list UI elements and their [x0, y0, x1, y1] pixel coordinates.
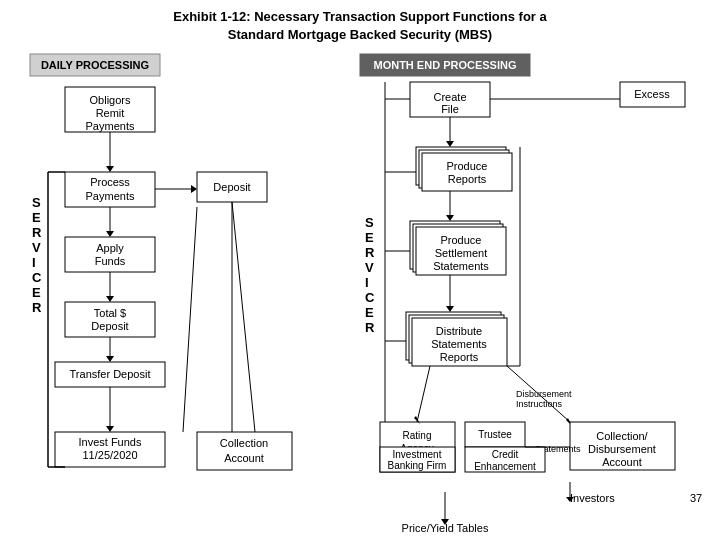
month-end-label: MONTH END PROCESSING	[373, 59, 516, 71]
arrow-ps-to-ds	[446, 306, 454, 312]
page-number: 37	[690, 492, 702, 504]
arrow-apply-to-total	[106, 296, 114, 302]
serv-left-c: C	[32, 270, 42, 285]
arrow-process-to-apply	[106, 231, 114, 237]
transfer-deposit-box: Transfer Deposit	[70, 368, 151, 380]
serv-left-e: E	[32, 210, 41, 225]
total-deposit-box: Total $	[94, 307, 126, 319]
diagram-svg: DAILY PROCESSING MONTH END PROCESSING S …	[10, 52, 710, 540]
investment-banking-box: Investment	[393, 449, 442, 460]
svg-line-23	[183, 207, 197, 432]
svg-text:Payments: Payments	[86, 120, 135, 132]
serv-left-r2: R	[32, 300, 42, 315]
serv-right-r: R	[365, 245, 375, 260]
svg-text:Account: Account	[602, 456, 642, 468]
serv-right-v: V	[365, 260, 374, 275]
svg-text:Statements: Statements	[431, 338, 487, 350]
produce-settlement-box: Produce	[441, 234, 482, 246]
distribute-statements-box: Distribute	[436, 325, 482, 337]
svg-text:Instructions: Instructions	[516, 399, 563, 409]
svg-rect-37	[422, 153, 512, 191]
svg-text:File: File	[441, 103, 459, 115]
page-title: Exhibit 1-12: Necessary Transaction Supp…	[10, 8, 710, 44]
serv-left-v: V	[32, 240, 41, 255]
svg-line-68	[417, 366, 430, 422]
svg-text:Remit: Remit	[96, 107, 125, 119]
serv-right-s: S	[365, 215, 374, 230]
serv-left-i: I	[32, 255, 36, 270]
arrow-transfer-to-invest	[106, 426, 114, 432]
arrow-process-to-deposit	[191, 185, 197, 193]
svg-text:Disbursement: Disbursement	[588, 443, 656, 455]
svg-text:Funds: Funds	[95, 255, 126, 267]
serv-left-e2: E	[32, 285, 41, 300]
serv-left-s: S	[32, 195, 41, 210]
create-file-box: Create	[433, 91, 466, 103]
trustee-box: Trustee	[478, 429, 512, 440]
svg-text:11/25/2020: 11/25/2020	[82, 449, 137, 461]
serv-right-i: I	[365, 275, 369, 290]
svg-text:Statements: Statements	[433, 260, 489, 272]
obligors-box: Obligors	[90, 94, 131, 106]
svg-text:Payments: Payments	[86, 190, 135, 202]
disbursement-instructions: Disbursement	[516, 389, 572, 399]
svg-text:Deposit: Deposit	[91, 320, 128, 332]
serv-left-r: R	[32, 225, 42, 240]
arrow-total-to-transfer	[106, 356, 114, 362]
arrow-cf-to-pr	[446, 141, 454, 147]
rating-agency-box: Rating	[403, 430, 432, 441]
serv-right-r2: R	[365, 320, 375, 335]
collection-disbursement-box: Collection/	[596, 430, 648, 442]
svg-text:Enhancement: Enhancement	[474, 461, 536, 472]
arrow-pr-to-ps	[446, 215, 454, 221]
serv-right-c: C	[365, 290, 375, 305]
svg-line-24	[232, 202, 255, 432]
svg-text:Reports: Reports	[440, 351, 479, 363]
serv-right-e2: E	[365, 305, 374, 320]
process-payments-box: Process	[90, 176, 130, 188]
svg-text:Account: Account	[224, 452, 264, 464]
invest-funds-box: Invest Funds	[79, 436, 142, 448]
produce-reports-box: Produce	[447, 160, 488, 172]
svg-text:Settlement: Settlement	[435, 247, 488, 259]
serv-right-e: E	[365, 230, 374, 245]
page-container: Exhibit 1-12: Necessary Transaction Supp…	[0, 0, 720, 540]
apply-funds-box: Apply	[96, 242, 124, 254]
arrow-obligors-to-process	[106, 166, 114, 172]
investors-text: Investors	[570, 492, 615, 504]
credit-enhancement-box: Credit	[492, 449, 519, 460]
daily-processing-label: DAILY PROCESSING	[41, 59, 149, 71]
excess-box: Excess	[634, 88, 670, 100]
svg-text:Banking Firm: Banking Firm	[388, 460, 447, 471]
collection-account-box: Collection	[220, 437, 268, 449]
deposit-box: Deposit	[213, 181, 250, 193]
svg-text:Reports: Reports	[448, 173, 487, 185]
